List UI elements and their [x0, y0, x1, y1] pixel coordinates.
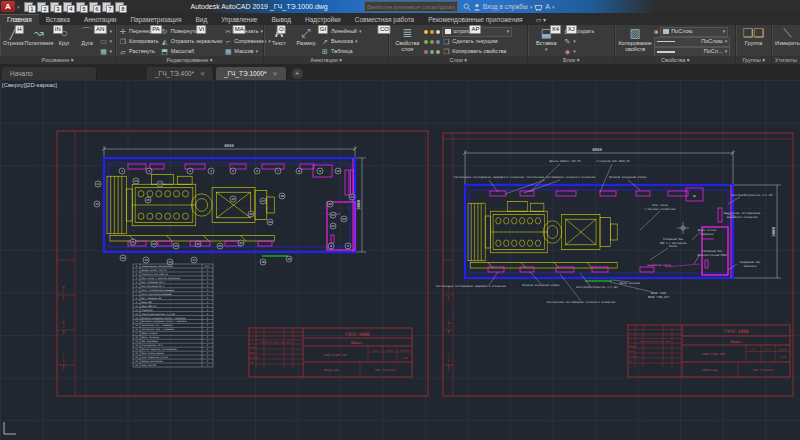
table-button[interactable]: ⊞Таблица: [321, 47, 361, 56]
measure-icon: ⟍: [783, 26, 791, 40]
object-color-control[interactable]: ПоСлою▾: [654, 27, 732, 36]
qat-button[interactable]: 2: [37, 2, 47, 12]
signin-label[interactable]: Вход в службы: [483, 3, 528, 10]
layer-lock-icon: [436, 30, 440, 34]
close-tab-icon[interactable]: ✕: [272, 70, 277, 77]
ribbon-tab-addins[interactable]: НадстройкиGI: [298, 15, 348, 25]
search-icon[interactable]: [463, 3, 471, 11]
svg-text:25: 25: [135, 364, 138, 367]
signin-caret-icon[interactable]: ▾: [530, 4, 533, 10]
dimension-button[interactable]: ⤢Размер: [293, 26, 319, 46]
file-tab-400[interactable]: _ГЧ_ТЭ.400*✕: [147, 67, 214, 80]
svg-text:Бак топливный 900 л: Бак топливный 900 л: [142, 281, 167, 284]
svg-text:Бак расходный 90 л: Бак расходный 90 л: [142, 285, 165, 288]
search-input[interactable]: [364, 1, 458, 12]
svg-text:Аварийный люк: Аварийный люк: [740, 260, 761, 264]
svg-text:Кран подвесной ручной: Кран подвесной ручной: [142, 356, 169, 359]
panel-title-annotation[interactable]: Аннотации ▾: [264, 56, 388, 64]
linetype-dropdown[interactable]: ПоСлою▾: [654, 37, 730, 47]
ribbon-tab-view[interactable]: ВидVI: [189, 15, 215, 25]
make-current-button[interactable]: ❏ Сделать текущим: [424, 37, 524, 46]
file-tab-start[interactable]: Начало: [2, 67, 97, 80]
lineweight-dropdown[interactable]: ПоСл...▾: [654, 47, 730, 57]
ribbon-tab-collaborate[interactable]: Совместная работаCO: [348, 15, 421, 25]
close-tab-icon[interactable]: ✕: [200, 70, 205, 77]
panel-title-block[interactable]: Блок ▾: [528, 56, 614, 64]
titleblock-role: Утв.: [250, 361, 254, 363]
keytip-badge: CO: [378, 25, 391, 34]
file-tab-1000[interactable]: _ГЧ_ТЭ.1000*✕: [216, 67, 287, 80]
stretch-icon: ▱: [119, 47, 127, 56]
app-menu-button[interactable]: A: [1, 1, 15, 12]
dimension-text: 8000: [592, 147, 602, 152]
trim-icon: ✂: [224, 27, 232, 36]
match-layer-button[interactable]: ❐ Копировать свойства: [424, 47, 524, 56]
match-properties-icon: ▨: [629, 26, 640, 40]
panel-title-groups[interactable]: Группы ▾: [736, 56, 771, 64]
panel-title-properties[interactable]: Свойства ▾: [615, 56, 735, 64]
panel-title-utilities[interactable]: Утилиты: [772, 56, 800, 64]
account-caret-icon[interactable]: ▾: [552, 4, 555, 10]
layer-properties-button[interactable]: ≣Свойства слоя: [392, 26, 422, 52]
qat-button[interactable]: 1: [24, 2, 34, 12]
svg-text:22: 22: [152, 242, 156, 246]
svg-text:13: 13: [134, 179, 138, 183]
scale-button[interactable]: ⬒Масштаб: [161, 47, 223, 56]
lineweight-control[interactable]: ПоСл...▾: [654, 47, 732, 56]
panel-title-modify[interactable]: Редактирование ▾: [116, 56, 263, 64]
qat-button[interactable]: 3: [50, 2, 60, 12]
svg-text:1: 1: [207, 352, 209, 354]
panel-title-layers[interactable]: Слои ▾: [389, 56, 527, 64]
svg-text:8: 8: [136, 297, 138, 300]
svg-text:21: 21: [331, 213, 335, 217]
stretch-button[interactable]: ▱Растянуть: [119, 47, 159, 56]
block-attributes-button[interactable]: ◈▾: [563, 47, 594, 56]
edit-block-button[interactable]: ✎▾: [563, 37, 594, 46]
svg-text:1: 1: [207, 309, 209, 311]
qat-button[interactable]: 6: [89, 2, 99, 12]
mirror-button[interactable]: ◭Отразить зеркально: [161, 37, 223, 46]
svg-text:13: 13: [144, 258, 148, 262]
match-properties-button[interactable]: ▨Копирование свойств: [618, 26, 652, 52]
panel-title-draw[interactable]: Рисование ▾: [0, 56, 115, 64]
new-tab-button[interactable]: +: [292, 68, 303, 79]
svg-text:14: 14: [135, 320, 138, 322]
model-space-canvas[interactable]: [Сверху][2D-каркас]: [0, 80, 800, 440]
app-store-icon[interactable]: [534, 3, 543, 11]
signin-user-icon[interactable]: [473, 3, 481, 11]
titleblock-mass: Масса: [387, 349, 392, 352]
app-menu-caret-icon[interactable]: ▾: [17, 4, 20, 10]
group-button[interactable]: ❏❏Группа: [739, 26, 767, 46]
qat-button[interactable]: 5: [76, 2, 86, 12]
qat-button[interactable]: 7: [102, 2, 112, 12]
hatch-button[interactable]: ▦▾: [99, 47, 112, 56]
ellipse-button[interactable]: ⬭▾: [99, 37, 112, 46]
svg-text:23: 23: [135, 356, 138, 359]
svg-text:баком: баком: [669, 244, 677, 248]
ribbon-collapse-button[interactable]: ▭ ▾ X4 XJ: [536, 16, 546, 23]
autodesk-account-icon[interactable]: A: [545, 3, 550, 10]
color-dropdown[interactable]: ПоСлою▾: [660, 27, 728, 37]
ribbon-tab-featured-apps[interactable]: Рекомендованные приложенияAP: [421, 15, 529, 25]
titleblock-lit: Лит.: [751, 348, 755, 350]
polyline-button[interactable]: ↝Полилиния: [26, 26, 52, 46]
ribbon-tab-parametric[interactable]: ПараметризацияPA: [123, 15, 188, 25]
svg-text:6: 6: [207, 324, 209, 327]
ribbon-tab-home[interactable]: ГлавнаяH: [0, 14, 39, 25]
measure-button[interactable]: ⟍Измерить: [775, 26, 800, 46]
viewport-controls-label[interactable]: [Сверху][2D-каркас]: [2, 82, 57, 88]
rotate-button[interactable]: ↻Повернуть: [161, 27, 223, 36]
ribbon-tab-output[interactable]: ВыводO: [264, 15, 298, 25]
copy-button[interactable]: ❐Копировать: [119, 37, 159, 46]
linetype-control[interactable]: ПоСлою▾: [654, 37, 732, 46]
leader-button[interactable]: ↗Выноска ▾: [321, 37, 361, 46]
qat-button[interactable]: 8: [115, 2, 125, 12]
titleblock-role: Пров.: [629, 350, 634, 353]
titleblock-code: ТЭСП-1000: [345, 332, 370, 337]
qat-button[interactable]: 4: [63, 2, 73, 12]
ribbon-tab-insert[interactable]: ВставкаIN: [39, 15, 77, 25]
ribbon-tab-annotate[interactable]: АннотацииAN: [77, 15, 124, 25]
svg-text:1: 1: [207, 297, 209, 299]
ribbon-tab-manage[interactable]: УправлениеMA: [214, 15, 264, 25]
svg-text:6: 6: [136, 289, 138, 292]
